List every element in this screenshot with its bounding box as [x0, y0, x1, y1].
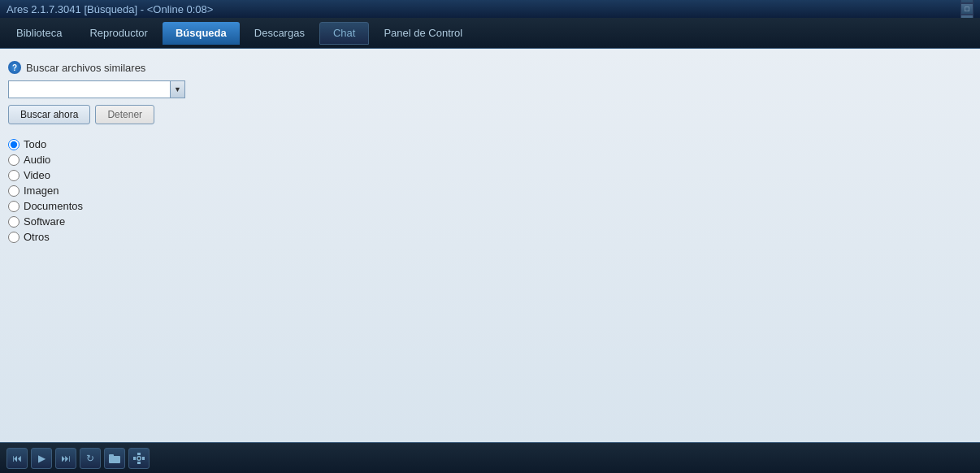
svg-rect-3 [137, 462, 141, 464]
tab-chat[interactable]: Chat [319, 22, 369, 45]
filter-audio-label: Audio [24, 154, 50, 166]
filter-video[interactable]: Video [8, 169, 972, 181]
title-bar: Ares 2.1.7.3041 [Búsqueda] - <Online 0:0… [0, 0, 980, 18]
filter-otros-label: Otros [24, 231, 50, 243]
filter-video-label: Video [24, 169, 50, 181]
svg-rect-2 [137, 453, 141, 455]
search-label-row: ? Buscar archivos similares [8, 61, 972, 74]
search-now-button[interactable]: Buscar ahora [8, 105, 90, 124]
play-button[interactable]: ▶ [31, 448, 52, 469]
refresh-button[interactable]: ↻ [80, 448, 101, 469]
maximize-button[interactable]: □ [960, 3, 973, 15]
filter-imagen[interactable]: Imagen [8, 184, 972, 197]
tab-busqueda[interactable]: Búsqueda [163, 22, 240, 45]
svg-rect-1 [109, 454, 114, 457]
help-icon: ? [8, 61, 21, 74]
svg-rect-5 [142, 457, 145, 460]
filter-section: Todo Audio Video Imagen Documentos Softw… [8, 138, 972, 243]
svg-rect-0 [109, 456, 120, 463]
settings-button[interactable] [128, 448, 150, 469]
search-combo-row: ▼ [8, 80, 972, 98]
svg-rect-4 [133, 457, 136, 460]
filter-audio[interactable]: Audio [8, 154, 972, 166]
title-text: Ares 2.1.7.3041 [Búsqueda] - <Online 0:0… [7, 3, 213, 15]
prev-prev-button[interactable]: ⏮ [7, 448, 28, 469]
tab-reproductor[interactable]: Reproductor [76, 22, 161, 45]
bottom-bar: ⏮ ▶ ⏭ ↻ [0, 442, 980, 473]
tab-biblioteca[interactable]: Biblioteca [3, 22, 75, 45]
filter-software[interactable]: Software [8, 215, 972, 228]
search-dropdown-button[interactable]: ▼ [171, 80, 185, 98]
main-content: ? Buscar archivos similares ▼ Buscar aho… [0, 49, 980, 442]
search-buttons-row: Buscar ahora Detener [8, 105, 972, 124]
menu-bar: Biblioteca Reproductor Búsqueda Descarga… [0, 18, 980, 49]
search-label: Buscar archivos similares [26, 62, 145, 74]
filter-imagen-label: Imagen [24, 184, 59, 197]
filter-software-label: Software [24, 215, 65, 228]
search-section: ? Buscar archivos similares ▼ Buscar aho… [8, 57, 972, 138]
next-button[interactable]: ⏭ [55, 448, 76, 469]
folder-button[interactable] [104, 448, 125, 469]
tab-descargas[interactable]: Descargas [241, 22, 318, 45]
filter-documentos-label: Documentos [24, 200, 83, 212]
tab-panel-control[interactable]: Panel de Control [371, 22, 475, 45]
svg-point-7 [138, 457, 141, 459]
search-input[interactable] [8, 80, 171, 98]
filter-documentos[interactable]: Documentos [8, 200, 972, 212]
filter-otros[interactable]: Otros [8, 231, 972, 243]
filter-todo[interactable]: Todo [8, 138, 972, 150]
stop-button[interactable]: Detener [95, 105, 154, 124]
filter-todo-label: Todo [24, 138, 46, 150]
